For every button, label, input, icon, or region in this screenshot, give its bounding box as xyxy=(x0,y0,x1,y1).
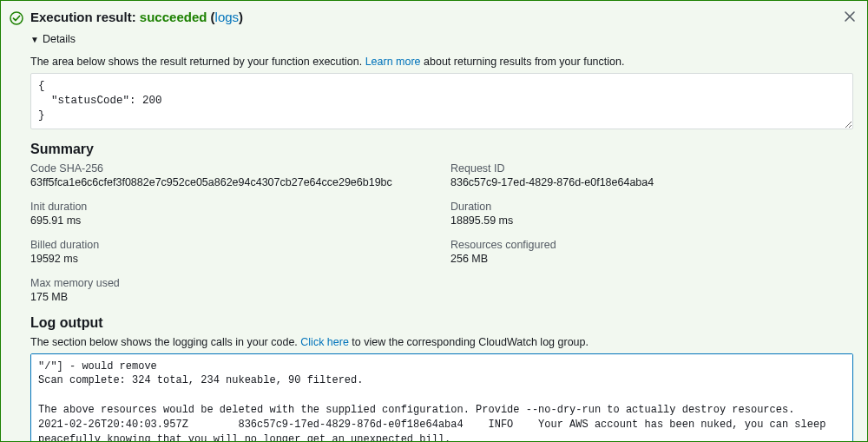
kv-max-memory-used: Max memory used 175 MB xyxy=(30,277,433,303)
svg-point-0 xyxy=(10,12,23,24)
learn-more-link[interactable]: Learn more xyxy=(365,56,421,68)
log-intro: The section below shows the logging call… xyxy=(30,336,853,348)
title-prefix: Execution result: xyxy=(30,10,140,24)
details-toggle[interactable]: ▼ Details xyxy=(30,33,76,45)
result-intro: The area below shows the result returned… xyxy=(30,56,853,68)
kv-duration: Duration 18895.59 ms xyxy=(450,201,853,227)
success-check-icon xyxy=(10,11,23,25)
log-output-heading: Log output xyxy=(30,315,853,331)
summary-grid: Code SHA-256 63ff5fca1e6c6cfef3f0882e7c9… xyxy=(30,162,853,303)
summary-heading: Summary xyxy=(30,142,853,157)
log-output-box[interactable]: "/"] - would remove Scan complete: 324 t… xyxy=(30,353,853,442)
kv-request-id: Request ID 836c57c9-17ed-4829-876d-e0f18… xyxy=(450,162,853,188)
kv-resources-configured: Resources configured 256 MB xyxy=(450,239,853,265)
status-text: succeeded xyxy=(140,10,207,24)
kv-billed-duration: Billed duration 19592 ms xyxy=(30,239,433,265)
close-icon[interactable] xyxy=(843,10,858,25)
chevron-down-icon: ▼ xyxy=(30,35,39,44)
result-json-box[interactable]: { "statusCode": 200 } xyxy=(30,73,853,129)
execution-result-panel: Execution result: succeeded (logs) ▼ Det… xyxy=(0,0,868,442)
logs-link[interactable]: logs xyxy=(215,10,240,24)
execution-result-title: Execution result: succeeded (logs) xyxy=(30,10,853,24)
kv-init-duration: Init duration 695.91 ms xyxy=(30,201,433,227)
kv-code-sha256: Code SHA-256 63ff5fca1e6c6cfef3f0882e7c9… xyxy=(30,162,433,188)
details-toggle-label: Details xyxy=(43,33,76,45)
cloudwatch-click-here-link[interactable]: Click here xyxy=(300,336,349,348)
